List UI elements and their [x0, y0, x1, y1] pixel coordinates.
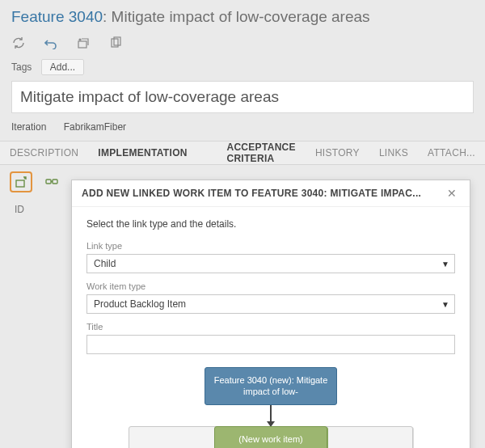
link-type-value: Child — [94, 258, 116, 269]
feature-name-text: : Mitigate impact of low-coverage areas — [103, 8, 370, 25]
dialog-body: Select the link type and the details. Li… — [72, 207, 470, 448]
arrow-down-icon — [270, 405, 272, 426]
close-icon[interactable]: ✕ — [444, 187, 460, 200]
new-linked-item-icon[interactable] — [10, 171, 32, 192]
feature-header: Feature 3040: Mitigate impact of low-cov… — [0, 0, 485, 29]
tab-acceptance-criteria[interactable]: ACCEPTANCE CRITERIA — [217, 142, 305, 164]
feature-id: Feature 3040 — [11, 8, 103, 25]
feature-title: Feature 3040: Mitigate impact of low-cov… — [11, 8, 474, 26]
tab-description[interactable]: DESCRIPTION — [0, 142, 88, 164]
chevron-down-icon: ▼ — [441, 260, 449, 268]
svg-rect-4 — [16, 180, 24, 187]
new-work-item-box: (New work item) — [214, 426, 327, 448]
svg-rect-0 — [78, 41, 86, 48]
title-label: Title — [86, 322, 455, 332]
undo-icon[interactable] — [44, 36, 58, 50]
tags-label: Tags — [11, 61, 32, 73]
children-row: (New work item) — [86, 426, 455, 448]
tab-bar: DESCRIPTION IMPLEMENTATION ACCEPTANCE CR… — [0, 141, 485, 165]
tab-implementation[interactable]: IMPLEMENTATION — [88, 142, 196, 164]
work-item-type-value: Product Backlog Item — [94, 298, 186, 310]
svg-point-1 — [79, 39, 81, 40]
add-linked-item-dialog: ADD NEW LINKED WORK ITEM TO FEATURE 3040… — [71, 180, 470, 448]
dialog-intro: Select the link type and the details. — [86, 218, 455, 230]
link-work-item-icon[interactable] — [76, 36, 91, 50]
svg-rect-6 — [53, 180, 57, 184]
iteration-label: Iteration — [11, 121, 46, 133]
add-tag-button[interactable]: Add... — [41, 59, 84, 75]
refresh-icon[interactable] — [11, 36, 26, 50]
tab-attachments[interactable]: ATTACH... — [418, 142, 485, 164]
iteration-row: Iteration FabrikamFiber — [0, 118, 485, 141]
chevron-down-icon: ▼ — [441, 300, 449, 309]
tab-links[interactable]: LINKS — [369, 142, 418, 164]
link-type-label: Link type — [86, 241, 455, 251]
relationship-diagram: Feature 3040 (new): Mitigate impact of l… — [86, 367, 455, 448]
work-item-title-input[interactable]: Mitigate impact of low-coverage areas — [11, 81, 474, 113]
work-item-type-select[interactable]: Product Backlog Item ▼ — [86, 294, 455, 314]
dialog-title: ADD NEW LINKED WORK ITEM TO FEATURE 3040… — [82, 188, 421, 199]
placeholder-box-right — [316, 426, 413, 448]
main-toolbar — [0, 29, 485, 57]
placeholder-box-left — [129, 426, 226, 448]
tags-row: Tags Add... — [0, 57, 485, 78]
tab-history[interactable]: HISTORY — [306, 142, 369, 164]
title-input[interactable] — [86, 335, 455, 354]
link-type-select[interactable]: Child ▼ — [86, 254, 455, 273]
copy-icon[interactable] — [108, 36, 123, 50]
link-existing-item-icon[interactable] — [40, 171, 63, 192]
work-item-type-label: Work item type — [86, 281, 455, 291]
dialog-header: ADD NEW LINKED WORK ITEM TO FEATURE 3040… — [72, 180, 470, 207]
svg-rect-5 — [46, 180, 51, 184]
iteration-value[interactable]: FabrikamFiber — [64, 121, 126, 133]
parent-feature-box: Feature 3040 (new): Mitigate impact of l… — [205, 367, 337, 405]
